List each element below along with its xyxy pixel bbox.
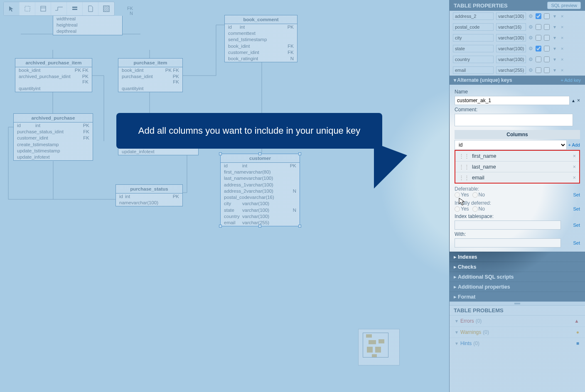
col-type-input[interactable] (496, 23, 526, 31)
minimap[interactable] (358, 329, 400, 365)
add-key-link[interactable]: + Add key (560, 78, 581, 83)
gear-icon[interactable]: ⚙ (528, 56, 533, 62)
col-pk-checkbox[interactable] (544, 35, 550, 41)
gear-icon[interactable]: ⚙ (528, 67, 533, 73)
col-nn-checkbox[interactable] (536, 24, 541, 30)
initially-set[interactable]: Set (573, 206, 580, 211)
ak-column-item[interactable]: ⋮⋮last_name× (455, 162, 579, 172)
entity-column-row: book_idintPK FK (118, 67, 182, 74)
entity-title: archived_purchase_item (15, 59, 92, 67)
col-name-input[interactable] (453, 66, 494, 74)
col-nn-checkbox[interactable] (536, 67, 541, 73)
hints-row[interactable]: ▾ Hints (0) ■ (450, 338, 585, 349)
col-name-input[interactable] (453, 23, 494, 31)
ak-remove-icon[interactable]: × (577, 98, 580, 103)
panel-splitter[interactable] (450, 301, 585, 306)
col-pk-checkbox[interactable] (544, 46, 550, 51)
entity-column-row: idintPK (116, 194, 182, 200)
col-type-input[interactable] (496, 45, 526, 52)
col-remove-icon[interactable]: × (560, 68, 565, 73)
accordion-checks[interactable]: ▸Checks (450, 262, 585, 272)
col-type-input[interactable] (496, 66, 526, 74)
ak-column-item[interactable]: ⋮⋮first_name× (455, 151, 579, 162)
erd-canvas[interactable]: widthrealheightrealdepthreal book_commen… (0, 0, 410, 392)
gear-icon[interactable]: ⚙ (528, 46, 533, 51)
entity-book-comment[interactable]: book_comment idintPKcommenttextsend_tsti… (224, 15, 297, 62)
col-remove-icon[interactable]: × (560, 57, 565, 62)
col-nn-checkbox[interactable] (536, 13, 541, 19)
entity-purchase-status[interactable]: purchase_status idintPKnamevarchar(100) (116, 184, 183, 206)
with-set[interactable]: Set (573, 240, 580, 245)
accordion-format[interactable]: ▸Format (450, 292, 585, 301)
col-type-input[interactable] (496, 34, 526, 42)
entity-column-row: purchase_idintPK FK (118, 74, 182, 85)
entity-column-row: idintPK (221, 163, 300, 169)
warnings-row[interactable]: ▾ Warnings (0) ● (450, 327, 585, 338)
entity-customer[interactable]: customer idintPKfirst_namevarchar(80)las… (220, 154, 300, 226)
entity-archived-purchase[interactable]: archived_purchase idintPKpurchase_status… (13, 113, 93, 161)
col-move-icon[interactable]: ▾ (552, 35, 557, 41)
deferrable-no[interactable]: No (472, 192, 485, 198)
index-ts-input[interactable] (455, 220, 561, 230)
ak-name-input[interactable] (455, 96, 570, 105)
index-ts-set[interactable]: Set (573, 223, 580, 228)
entity-column-row: address_1varchar(100) (221, 182, 300, 188)
ak-column-select[interactable]: id (455, 140, 567, 150)
entity-purchase-partial[interactable]: update_infotext (118, 149, 199, 155)
col-move-icon[interactable]: ▾ (552, 56, 557, 62)
gear-icon[interactable]: ⚙ (528, 24, 533, 30)
problems-header: TABLE PROBLEMS (450, 306, 585, 316)
col-nn-checkbox[interactable] (536, 46, 541, 51)
entity-purchase-item[interactable]: purchase_item book_idintPK FKpurchase_id… (118, 58, 183, 92)
col-remove-icon[interactable]: × (560, 24, 565, 29)
col-move-icon[interactable]: ▾ (552, 46, 557, 51)
col-name-input[interactable] (453, 12, 494, 20)
col-remove-icon[interactable]: × (560, 35, 565, 40)
col-pk-checkbox[interactable] (544, 24, 550, 30)
remove-col-icon[interactable]: × (573, 164, 576, 170)
accordion-additional-properties[interactable]: ▸Additional properties (450, 282, 585, 292)
ak-add-column[interactable]: + Add (568, 142, 580, 147)
remove-col-icon[interactable]: × (573, 175, 576, 181)
col-nn-checkbox[interactable] (536, 56, 541, 62)
col-remove-icon[interactable]: × (560, 46, 565, 51)
initially-no[interactable]: No (472, 206, 485, 212)
ak-column-item[interactable]: ⋮⋮email× (455, 172, 579, 183)
col-name-input[interactable] (453, 45, 494, 52)
ak-body: Name ▴ × Comment: Columns id + Add ⋮⋮fir… (450, 85, 585, 252)
col-move-icon[interactable]: ▾ (552, 67, 557, 73)
entity-archived-purchase-item[interactable]: archived_purchase_item book_idintPK FKar… (15, 58, 92, 92)
remove-col-icon[interactable]: × (573, 153, 576, 159)
with-input[interactable] (455, 238, 561, 247)
sql-preview-button[interactable]: SQL preview (547, 2, 581, 9)
entity-column-row: customer_idintFK (225, 49, 297, 56)
ak-collapse-icon[interactable]: ▴ (572, 98, 575, 103)
entity-column-row: book_ratingintN (225, 56, 297, 62)
gear-icon[interactable]: ⚙ (528, 13, 533, 19)
ak-comment-label: Comment: (455, 107, 580, 113)
entity-dim-partial[interactable]: widthrealheightrealdepthreal (53, 16, 123, 35)
index-ts-label: Index tablespace: (455, 213, 580, 219)
svg-rect-14 (514, 303, 520, 304)
entity-column-row: widthreal (53, 16, 122, 22)
col-move-icon[interactable]: ▾ (552, 13, 557, 19)
deferrable-yes[interactable]: Yes (455, 192, 469, 198)
col-remove-icon[interactable]: × (560, 14, 565, 19)
col-nn-checkbox[interactable] (536, 35, 541, 41)
deferrable-set[interactable]: Set (573, 192, 580, 197)
col-pk-checkbox[interactable] (544, 67, 550, 73)
col-move-icon[interactable]: ▾ (552, 24, 557, 30)
col-pk-checkbox[interactable] (544, 56, 550, 62)
ak-comment-input[interactable] (455, 114, 573, 126)
col-pk-checkbox[interactable] (544, 13, 550, 19)
col-name-input[interactable] (453, 34, 494, 42)
col-type-input[interactable] (496, 12, 526, 20)
errors-row[interactable]: ▾ Errors (0) ▲ (450, 316, 585, 327)
accordion-additional-sql-scripts[interactable]: ▸Additional SQL scripts (450, 272, 585, 282)
accordion-indexes[interactable]: ▸Indexes (450, 252, 585, 262)
ak-section-header[interactable]: ▾ Alternate (unique) keys + Add key (450, 76, 585, 85)
panel-title: TABLE PROPERTIES (454, 2, 508, 9)
col-name-input[interactable] (453, 56, 494, 63)
col-type-input[interactable] (496, 56, 526, 63)
gear-icon[interactable]: ⚙ (528, 35, 533, 41)
